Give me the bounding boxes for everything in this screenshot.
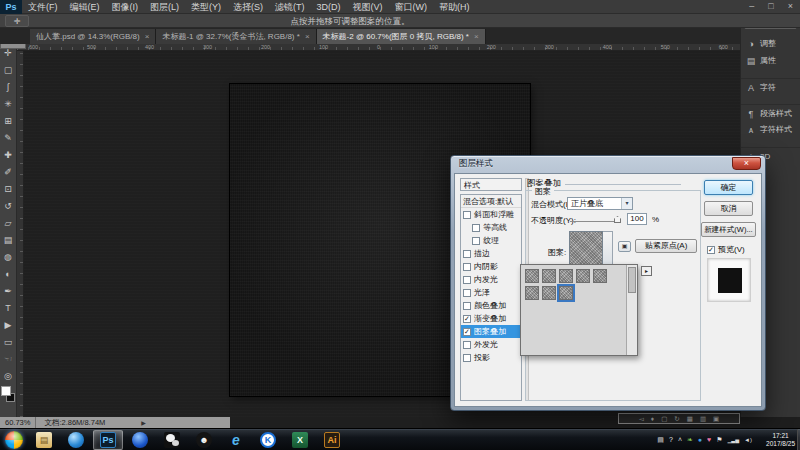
horizontal-ruler[interactable]: 6005004003002001000100200300400500600 xyxy=(17,44,740,51)
close-icon[interactable]: × xyxy=(474,29,479,44)
illustrator-icon[interactable]: Ai xyxy=(317,430,347,450)
document-tab[interactable]: 仙人掌.psd @ 14.3%(RGB/8) × xyxy=(30,29,156,44)
tray-flag-icon[interactable]: ⚑ xyxy=(716,436,722,444)
style-option[interactable]: 外发光 xyxy=(461,338,521,351)
move-tool-icon[interactable]: ✛ xyxy=(5,15,29,27)
volume-icon[interactable]: ◄) xyxy=(744,436,752,444)
document-tab[interactable]: 未标题-2 @ 60.7%(图层 0 拷贝, RGB/8) * × xyxy=(317,29,486,44)
style-option[interactable]: 颜色叠加 xyxy=(461,299,521,312)
sphere-browser-icon[interactable] xyxy=(125,430,155,450)
style-option[interactable]: 投影 xyxy=(461,351,521,364)
checkbox[interactable] xyxy=(463,341,471,349)
close-icon[interactable]: × xyxy=(145,29,150,44)
style-option[interactable]: 等高线 xyxy=(461,221,521,234)
hand-tool[interactable]: ☜ xyxy=(0,350,17,367)
type-tool[interactable]: T xyxy=(0,299,17,316)
properties-panel-button[interactable]: ▤ 属性 xyxy=(741,52,800,69)
zoom-tool[interactable]: ◎ xyxy=(0,367,17,384)
k-app-icon[interactable]: K xyxy=(253,430,283,450)
pattern-swatch[interactable] xyxy=(576,269,590,283)
wechat-icon[interactable] xyxy=(157,430,187,450)
mini-tool-icon[interactable]: ◅ xyxy=(639,414,644,423)
paragraph-styles-panel-button[interactable]: ¶ 段落样式 xyxy=(741,104,800,121)
mini-tool-icon[interactable]: ▣ xyxy=(713,414,719,423)
menu-item[interactable]: 滤镜(T) xyxy=(269,0,311,14)
character-panel-button[interactable]: A 字符 xyxy=(741,78,800,95)
explorer-icon[interactable]: ▤ xyxy=(29,430,59,450)
style-option[interactable]: 描边 xyxy=(461,247,521,260)
color-swatches[interactable] xyxy=(1,386,15,402)
close-icon[interactable]: × xyxy=(305,29,310,44)
excel-icon[interactable]: X xyxy=(285,430,315,450)
eraser-tool[interactable]: ▱ xyxy=(0,214,17,231)
close-button[interactable]: × xyxy=(785,0,796,13)
checkbox[interactable] xyxy=(463,250,471,258)
crop-tool[interactable]: ⊞ xyxy=(0,112,17,129)
character-styles-panel-button[interactable]: ᴀ 字符样式 xyxy=(741,121,800,138)
style-option[interactable]: ✓ 图案叠加 xyxy=(461,325,521,338)
opacity-slider[interactable] xyxy=(570,221,620,222)
menu-item[interactable]: 视图(V) xyxy=(347,0,389,14)
tray-pink-icon[interactable]: ♥ xyxy=(707,436,711,444)
start-button[interactable] xyxy=(5,431,23,449)
taskbar-clock[interactable]: 17:21 2017/8/25 xyxy=(766,432,795,448)
history-brush-tool[interactable]: ↺ xyxy=(0,197,17,214)
checkbox[interactable] xyxy=(463,354,471,362)
checkbox[interactable] xyxy=(463,302,471,310)
minimize-button[interactable]: – xyxy=(746,0,757,13)
checkbox[interactable] xyxy=(463,276,471,284)
browser-globe-icon[interactable] xyxy=(61,430,91,450)
blur-tool[interactable]: ◍ xyxy=(0,248,17,265)
ie-icon[interactable]: e xyxy=(221,430,251,450)
mini-tool-icon[interactable]: ♦ xyxy=(651,414,654,423)
status-menu-arrow-icon[interactable]: ▶ xyxy=(141,419,146,426)
menu-item[interactable]: 编辑(E) xyxy=(64,0,106,14)
menu-item[interactable]: 选择(S) xyxy=(227,0,269,14)
gradient-tool[interactable]: ▤ xyxy=(0,231,17,248)
tray-chevron-icon[interactable]: ˄ xyxy=(678,436,682,444)
zoom-level-field[interactable]: 60.73% xyxy=(0,417,36,428)
checkbox[interactable] xyxy=(472,224,480,232)
mini-tool-icon[interactable]: ▥ xyxy=(700,414,706,423)
checkbox[interactable] xyxy=(463,263,471,271)
style-option[interactable]: 纹理 xyxy=(461,234,521,247)
cancel-button[interactable]: 取消 xyxy=(704,201,753,216)
tray-help-icon[interactable]: ? xyxy=(669,436,673,444)
checkbox[interactable] xyxy=(472,237,480,245)
dialog-close-button[interactable]: × xyxy=(732,157,761,170)
path-selection-tool[interactable]: ▶ xyxy=(0,316,17,333)
menu-item[interactable]: 类型(Y) xyxy=(185,0,227,14)
new-preset-button[interactable]: ▣ xyxy=(618,241,631,252)
picker-scrollbar[interactable] xyxy=(626,265,637,355)
menu-item[interactable]: 文件(F) xyxy=(22,0,64,14)
tray-leaf-icon[interactable]: ❧ xyxy=(687,436,693,444)
blending-options-item[interactable]: 混合选项:默认 xyxy=(461,195,521,208)
marquee-tool[interactable]: ▢ xyxy=(0,61,17,78)
menu-item[interactable]: 窗口(W) xyxy=(389,0,434,14)
tray-dot-icon[interactable]: ● xyxy=(698,436,702,444)
document-tab[interactable]: 未标题-1 @ 32.7%(烫金书法, RGB/8) * × xyxy=(156,29,316,44)
messenger-icon[interactable]: ☻ xyxy=(189,430,219,450)
style-option[interactable]: 斜面和浮雕 xyxy=(461,208,521,221)
shape-tool[interactable]: ▭ xyxy=(0,333,17,350)
foreground-color-swatch[interactable] xyxy=(1,386,11,396)
pattern-swatch[interactable] xyxy=(525,269,539,283)
network-icon[interactable]: ▁▃▅ xyxy=(728,436,740,444)
mini-tool-icon[interactable]: ▦ xyxy=(687,414,693,423)
style-option[interactable]: 内阴影 xyxy=(461,260,521,273)
picker-flyout-button[interactable]: ▸ xyxy=(641,266,652,276)
clone-stamp-tool[interactable]: ⊡ xyxy=(0,180,17,197)
tray-list-icon[interactable]: ▤ xyxy=(657,436,664,444)
style-option[interactable]: 光泽 xyxy=(461,286,521,299)
mini-tool-icon[interactable]: ▢ xyxy=(661,414,667,423)
menu-item[interactable]: 图像(I) xyxy=(106,0,145,14)
pattern-swatch[interactable] xyxy=(542,286,556,300)
pattern-swatch[interactable] xyxy=(559,286,573,300)
pen-tool[interactable]: ✒ xyxy=(0,282,17,299)
menu-item[interactable]: 帮助(H) xyxy=(433,0,476,14)
quick-selection-tool[interactable]: ✳ xyxy=(0,95,17,112)
checkbox[interactable]: ✓ xyxy=(463,315,471,323)
pattern-swatch[interactable] xyxy=(593,269,607,283)
opacity-value[interactable]: 100 xyxy=(627,213,647,225)
checkbox[interactable] xyxy=(463,211,471,219)
